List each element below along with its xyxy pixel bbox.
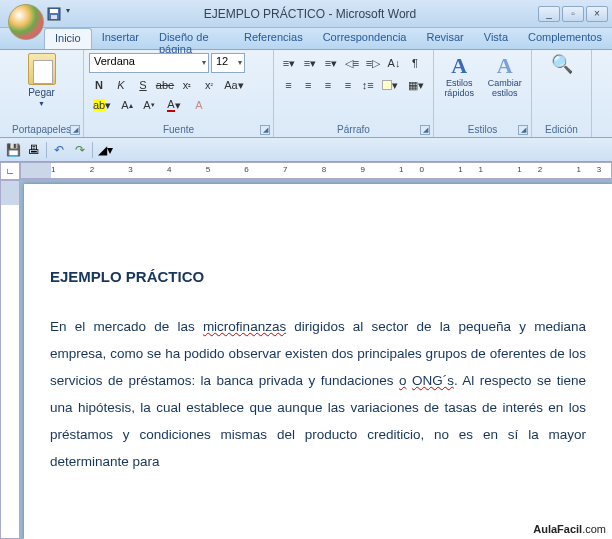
ribbon: Pegar ▼ Portapapeles ◢ Verdana▾ 12▾ N K … — [0, 50, 612, 138]
ribbon-tabs: Inicio Insertar Diseño de página Referen… — [0, 28, 612, 50]
tab-revisar[interactable]: Revisar — [416, 28, 473, 49]
print-icon[interactable]: 🖶 — [25, 141, 43, 159]
bold-button[interactable]: N — [89, 75, 109, 95]
font-size-value: 12 — [216, 55, 228, 67]
clipboard-launcher[interactable]: ◢ — [70, 125, 80, 135]
shrink-font-button[interactable]: A▾ — [139, 95, 159, 115]
align-right-button[interactable]: ≡ — [319, 75, 338, 95]
strikethrough-button[interactable]: abe — [155, 75, 175, 95]
grow-font-button[interactable]: A▴ — [117, 95, 137, 115]
bullets-button[interactable]: ≡▾ — [279, 53, 299, 73]
tab-referencias[interactable]: Referencias — [234, 28, 313, 49]
letter-a-icon: A — [497, 53, 513, 79]
borders-button[interactable]: ▦▾ — [404, 75, 428, 95]
group-paragraph: ≡▾ ≡▾ ≡▾ ◁≡ ≡▷ A↓ ¶ ≡ ≡ ≡ ≡ ↕≡ ▾ ▦▾ Párr… — [274, 50, 434, 137]
font-name-value: Verdana — [94, 55, 135, 67]
numbering-button[interactable]: ≡▾ — [300, 53, 320, 73]
spelling-error: ONG´s — [412, 373, 454, 388]
quick-access-toolbar: ▾ — [46, 6, 82, 22]
horizontal-ruler[interactable]: 1 2 3 4 5 6 7 8 9 10 11 12 13 14 — [20, 162, 612, 179]
ruler-numbers: 1 2 3 4 5 6 7 8 9 10 11 12 13 14 — [51, 165, 612, 174]
letter-a-icon: A — [451, 53, 467, 79]
clear-format-button[interactable]: A — [189, 95, 209, 115]
paste-label: Pegar — [28, 87, 55, 98]
line-spacing-button[interactable]: ↕≡ — [358, 75, 377, 95]
find-button[interactable]: 🔍 — [537, 53, 586, 75]
group-label-editing: Edición — [537, 123, 586, 136]
window-controls: _ ▫ × — [538, 6, 608, 22]
body-text: En el mercado de las — [50, 319, 203, 334]
group-label-paragraph: Párrafo — [279, 123, 428, 136]
group-styles: A Estilos rápidos A Cambiar estilos Esti… — [434, 50, 532, 137]
document-heading: EJEMPLO PRÁCTICO — [50, 268, 586, 285]
paste-button[interactable]: Pegar ▼ — [5, 53, 78, 107]
tab-inicio[interactable]: Inicio — [44, 28, 92, 49]
minimize-button[interactable]: _ — [538, 6, 560, 22]
tab-insertar[interactable]: Insertar — [92, 28, 149, 49]
align-center-button[interactable]: ≡ — [299, 75, 318, 95]
restore-button[interactable]: ▫ — [562, 6, 584, 22]
font-launcher[interactable]: ◢ — [260, 125, 270, 135]
save-icon[interactable]: 💾 — [4, 141, 22, 159]
justify-button[interactable]: ≡ — [338, 75, 357, 95]
multilevel-button[interactable]: ≡▾ — [321, 53, 341, 73]
undo-icon[interactable]: ↶ — [50, 141, 68, 159]
watermark-text: AulaFacil — [533, 523, 582, 535]
tab-vista[interactable]: Vista — [474, 28, 518, 49]
chevron-down-icon: ▾ — [202, 58, 206, 67]
clipboard-icon — [28, 53, 56, 85]
separator — [46, 142, 47, 158]
vruler-margin — [1, 181, 19, 205]
secondary-toolbar: 💾 🖶 ↶ ↷ ◢▾ — [0, 138, 612, 162]
svg-rect-2 — [51, 15, 57, 19]
quick-styles-button[interactable]: A Estilos rápidos — [439, 53, 479, 99]
change-case-button[interactable]: Aa▾ — [221, 75, 247, 95]
paragraph-launcher[interactable]: ◢ — [420, 125, 430, 135]
watermark-suffix: .com — [582, 523, 606, 535]
subscript-button[interactable]: x₂ — [177, 75, 197, 95]
spelling-error: microfinanzas — [203, 319, 286, 334]
group-clipboard: Pegar ▼ Portapapeles ◢ — [0, 50, 84, 137]
tab-correspondencia[interactable]: Correspondencia — [313, 28, 417, 49]
tab-diseno[interactable]: Diseño de página — [149, 28, 234, 49]
svg-rect-1 — [50, 9, 58, 13]
vertical-ruler[interactable] — [0, 180, 20, 539]
document-area: EJEMPLO PRÁCTICO En el mercado de las mi… — [0, 180, 612, 539]
quick-styles-label: Estilos rápidos — [439, 79, 479, 99]
align-left-button[interactable]: ≡ — [279, 75, 298, 95]
highlight-button[interactable]: ab▾ — [89, 95, 115, 115]
font-name-combo[interactable]: Verdana▾ — [89, 53, 209, 73]
qat-dropdown-icon[interactable]: ▾ — [66, 6, 82, 22]
indent-increase-button[interactable]: ≡▷ — [363, 53, 383, 73]
shading-button[interactable]: ▾ — [378, 75, 402, 95]
tab-complementos[interactable]: Complementos — [518, 28, 612, 49]
group-font: Verdana▾ 12▾ N K S abe x₂ x² Aa▾ ab▾ A▴ … — [84, 50, 274, 137]
italic-button[interactable]: K — [111, 75, 131, 95]
save-icon[interactable] — [46, 6, 62, 22]
sort-button[interactable]: A↓ — [384, 53, 404, 73]
superscript-button[interactable]: x² — [199, 75, 219, 95]
watermark: AulaFacil.com — [533, 523, 606, 535]
document-page[interactable]: EJEMPLO PRÁCTICO En el mercado de las mi… — [24, 184, 612, 539]
office-button[interactable] — [8, 4, 44, 40]
chevron-down-icon: ▾ — [238, 58, 242, 67]
drawing-icon[interactable]: ◢▾ — [96, 141, 114, 159]
tab-selector[interactable]: ∟ — [0, 162, 20, 180]
group-label-font: Fuente — [89, 123, 268, 136]
document-body: En el mercado de las microfinanzas dirig… — [50, 313, 586, 475]
group-label-styles: Estilos — [439, 123, 526, 136]
close-button[interactable]: × — [586, 6, 608, 22]
font-color-button[interactable]: A▾ — [161, 95, 187, 115]
font-size-combo[interactable]: 12▾ — [211, 53, 245, 73]
show-marks-button[interactable]: ¶ — [405, 53, 425, 73]
group-editing: 🔍 Edición — [532, 50, 592, 137]
redo-icon[interactable]: ↷ — [71, 141, 89, 159]
underline-button[interactable]: S — [133, 75, 153, 95]
styles-launcher[interactable]: ◢ — [518, 125, 528, 135]
group-label-clipboard: Portapapeles — [5, 123, 78, 136]
window-title: EJEMPLO PRÁCTICO - Microsoft Word — [82, 7, 538, 21]
title-bar: ▾ EJEMPLO PRÁCTICO - Microsoft Word _ ▫ … — [0, 0, 612, 28]
indent-decrease-button[interactable]: ◁≡ — [342, 53, 362, 73]
ruler-margin — [21, 163, 51, 178]
change-styles-button[interactable]: A Cambiar estilos — [483, 53, 526, 99]
